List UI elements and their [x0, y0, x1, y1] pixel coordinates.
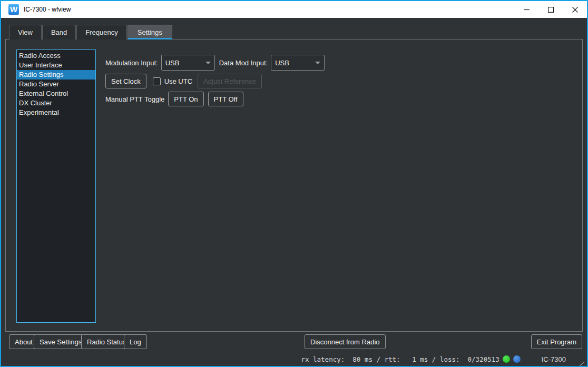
- modulation-input-value: USB: [165, 59, 180, 67]
- resize-grip-icon[interactable]: [577, 359, 584, 366]
- window-controls: [514, 1, 587, 18]
- sidebar-item-user-interface[interactable]: User Interface: [17, 61, 95, 70]
- chevron-down-icon: [205, 62, 211, 64]
- tab-band[interactable]: Band: [42, 25, 76, 39]
- sidebar-item-radio-server[interactable]: Radio Server: [17, 80, 95, 89]
- chevron-down-icon: [315, 62, 320, 64]
- data-mod-input-value: USB: [275, 59, 289, 67]
- sidebar-item-radio-access[interactable]: Radio Access: [17, 51, 95, 61]
- modulation-input-label: Modulation Input:: [105, 59, 158, 67]
- save-settings-button[interactable]: Save Settings: [34, 334, 87, 349]
- settings-pane: Radio Access User Interface Radio Settin…: [5, 39, 583, 332]
- tab-view[interactable]: View: [9, 25, 42, 39]
- rig-name-label: IC-7300: [542, 355, 566, 363]
- close-button[interactable]: [563, 1, 587, 18]
- latency-status-text: rx latency: 80 ms / rtt: 1 ms / loss: 0/…: [301, 355, 499, 363]
- tab-bar: View Band Frequency Settings: [9, 25, 173, 39]
- ptt-row: Manual PTT Toggle PTT On PTT Off: [105, 92, 243, 106]
- status-led-blue-icon: [513, 355, 521, 363]
- title-bar: W IC-7300 - wfview: [1, 1, 587, 18]
- log-button[interactable]: Log: [124, 334, 147, 349]
- disconnect-from-radio-button[interactable]: Disconnect from Radio: [305, 334, 386, 349]
- adjust-reference-button: Adjust Reference: [198, 74, 262, 88]
- data-mod-input-label: Data Mod Input:: [219, 59, 268, 67]
- clock-row: Set Clock Use UTC Adjust Reference: [105, 74, 262, 88]
- status-bar: rx latency: 80 ms / rtt: 1 ms / loss: 0/…: [1, 352, 587, 366]
- ptt-off-button[interactable]: PTT Off: [208, 92, 243, 106]
- use-utc-label: Use UTC: [164, 77, 192, 85]
- wfview-logo-icon: W: [8, 4, 19, 15]
- status-led-green-icon: [503, 355, 510, 363]
- window-title: IC-7300 - wfview: [24, 6, 71, 13]
- tab-frequency[interactable]: Frequency: [76, 25, 126, 39]
- sidebar-item-dx-cluster[interactable]: DX Cluster: [17, 98, 95, 108]
- maximize-button[interactable]: [538, 1, 563, 18]
- tab-settings[interactable]: Settings: [128, 25, 172, 39]
- modulation-input-select[interactable]: USB: [161, 55, 215, 71]
- sidebar-item-radio-settings[interactable]: Radio Settings: [17, 70, 95, 80]
- exit-program-button[interactable]: Exit Program: [531, 334, 582, 349]
- app-window: W IC-7300 - wfview View Band Frequency S…: [0, 0, 588, 367]
- bottom-button-bar: About Save Settings Radio Status Log Dis…: [1, 334, 587, 350]
- minimize-button[interactable]: [514, 1, 538, 18]
- ptt-on-button[interactable]: PTT On: [168, 92, 203, 106]
- set-clock-button[interactable]: Set Clock: [105, 74, 146, 88]
- sidebar-item-external-control[interactable]: External Control: [17, 89, 95, 98]
- modulation-row: Modulation Input: USB Data Mod Input: US…: [105, 55, 325, 71]
- use-utc-checkbox[interactable]: [153, 77, 161, 85]
- sidebar-item-experimental[interactable]: Experimental: [17, 108, 95, 117]
- settings-category-list: Radio Access User Interface Radio Settin…: [16, 49, 96, 323]
- manual-ptt-toggle-label: Manual PTT Toggle: [105, 95, 164, 103]
- data-mod-input-select[interactable]: USB: [271, 55, 325, 71]
